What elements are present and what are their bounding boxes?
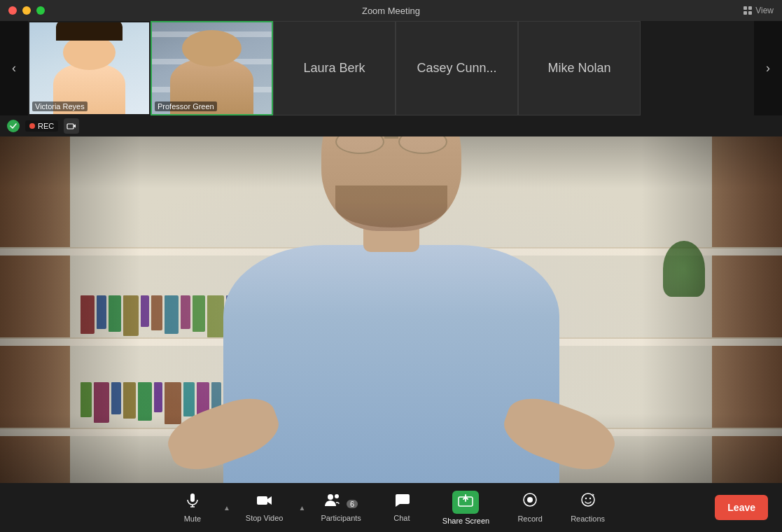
rec-label: REC — [38, 122, 54, 130]
svg-rect-3 — [748, 11, 752, 15]
participant-name-casey: Casey Cunn... — [417, 61, 496, 76]
participant-laura[interactable]: Laura Berk — [273, 21, 396, 115]
video-group: Stop Video ▲ — [233, 483, 309, 532]
svg-rect-1 — [748, 6, 752, 10]
svg-rect-5 — [190, 493, 195, 502]
view-button[interactable]: View — [743, 6, 774, 15]
participant-victoria[interactable]: Victoria Reyes — [28, 21, 151, 115]
stop-video-button[interactable]: Stop Video — [233, 483, 296, 532]
participant-name-laura: Laura Berk — [303, 61, 365, 76]
participant-casey[interactable]: Casey Cunn... — [396, 21, 518, 115]
svg-point-13 — [527, 497, 533, 503]
participant-strip: ‹ Victoria Reyes — [0, 21, 782, 115]
participants-count: 6 — [347, 500, 358, 508]
window-controls — [8, 6, 45, 15]
mute-label: Mute — [184, 514, 201, 523]
record-icon — [522, 492, 538, 512]
record-button[interactable]: Record — [502, 483, 558, 532]
participants-label: Participants — [321, 514, 361, 522]
toolbar: Mute ▲ Stop Video ▲ — [0, 483, 782, 532]
reactions-label: Reactions — [571, 514, 605, 523]
close-button[interactable] — [8, 6, 17, 15]
mic-icon — [185, 492, 200, 512]
video-chevron[interactable]: ▲ — [295, 483, 308, 532]
strip-prev-button[interactable]: ‹ — [0, 21, 28, 115]
participant-mike[interactable]: Mike Nolan — [518, 21, 641, 115]
recording-badge: REC — [25, 120, 58, 132]
chat-icon — [394, 493, 410, 511]
connection-status-icon — [7, 120, 20, 132]
professor-figure — [0, 136, 782, 483]
mute-button[interactable]: Mute — [165, 483, 221, 532]
rec-dot-icon — [29, 123, 35, 129]
share-screen-icon — [452, 491, 479, 514]
mute-group: Mute ▲ — [165, 483, 233, 532]
participant-name-prof-green: Professor Green — [155, 102, 217, 111]
record-label: Record — [517, 514, 542, 523]
svg-rect-8 — [257, 496, 267, 505]
svg-point-15 — [585, 498, 586, 499]
window-title: Zoom Meeting — [362, 6, 420, 16]
participant-name-victoria: Victoria Reyes — [32, 102, 88, 111]
participant-name-mike: Mike Nolan — [547, 61, 610, 76]
minimize-button[interactable] — [22, 6, 31, 15]
view-label: View — [755, 6, 774, 15]
participants-button[interactable]: 6 Participants — [308, 483, 373, 532]
chat-label: Chat — [393, 514, 410, 522]
camera-status-button[interactable] — [64, 118, 79, 134]
stop-video-label: Stop Video — [246, 514, 284, 522]
svg-point-9 — [328, 494, 333, 500]
share-screen-button[interactable]: Share Screen — [430, 483, 502, 532]
svg-point-14 — [582, 493, 594, 506]
participants-icon: 6 — [324, 493, 358, 511]
participant-video-prof-green — [152, 22, 272, 114]
svg-rect-4 — [67, 124, 74, 129]
svg-point-16 — [589, 498, 590, 499]
participant-prof-green[interactable]: Professor Green — [151, 21, 273, 115]
svg-point-10 — [335, 494, 339, 498]
glasses — [332, 136, 451, 154]
maximize-button[interactable] — [36, 6, 45, 15]
svg-rect-2 — [743, 11, 747, 15]
main-video-area — [0, 136, 782, 483]
participant-video-victoria — [29, 22, 149, 114]
leave-button[interactable]: Leave — [715, 495, 768, 520]
reactions-icon — [580, 492, 596, 512]
titlebar: Zoom Meeting View — [0, 0, 782, 21]
reactions-button[interactable]: Reactions — [558, 483, 617, 532]
share-screen-label: Share Screen — [442, 517, 489, 525]
app-container: Zoom Meeting View ‹ — [0, 0, 782, 532]
chat-button[interactable]: Chat — [374, 483, 430, 532]
strip-next-button[interactable]: › — [754, 21, 782, 115]
video-icon — [256, 493, 273, 511]
status-bar: REC — [0, 115, 782, 136]
strip-items: Victoria Reyes Professor Green Lau — [28, 21, 754, 115]
mute-chevron[interactable]: ▲ — [221, 483, 233, 532]
svg-rect-0 — [743, 6, 747, 10]
